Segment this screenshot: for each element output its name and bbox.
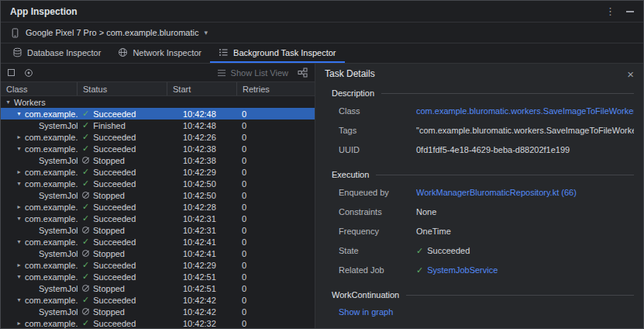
detail-link[interactable]: WorkManagerBluromaticRepository.kt (66) <box>416 187 577 198</box>
detail-label: Related Job <box>339 265 416 279</box>
tab-database-inspector[interactable]: Database Inspector <box>4 43 109 63</box>
close-icon[interactable]: × <box>627 68 634 80</box>
table-row[interactable]: ▸com.example.bl✓Succeeded10:42:290 <box>1 259 315 271</box>
task-details-body: DescriptionClasscom.example.bluromatic.w… <box>315 84 643 328</box>
table-row[interactable]: SystemJobSStopped10:42:500 <box>1 189 315 201</box>
table-row[interactable]: ▸com.example.bl✓Succeeded10:42:260 <box>1 131 315 143</box>
table-row[interactable]: ▸com.example.bl✓Succeeded10:42:320 <box>1 317 315 328</box>
chevron-down-icon[interactable]: ▾ <box>4 99 12 106</box>
status-label: Stopped <box>93 191 125 200</box>
status-cell: Stopped <box>77 226 167 235</box>
detail-link[interactable]: SystemJobService <box>427 265 498 275</box>
table-row[interactable]: ▾com.example.bl✓Succeeded10:42:380 <box>1 143 315 154</box>
table-row[interactable]: ▾Workers <box>1 96 315 108</box>
status-label: Finished <box>93 121 126 130</box>
detail-row: FrequencyOneTime <box>339 226 634 240</box>
table-row[interactable]: SystemJobS✓Finished10:42:480 <box>1 119 315 131</box>
show-list-view-button[interactable]: Show List View <box>217 68 288 78</box>
task-class-label: com.example.bl <box>25 144 77 154</box>
tab-background-task-inspector[interactable]: Background Task Inspector <box>210 43 344 63</box>
section-heading: Execution <box>332 170 634 179</box>
column-header-start[interactable]: Start <box>167 82 237 95</box>
chevron-down-icon[interactable]: ▾ <box>15 110 23 117</box>
status-cell: ✓Succeeded <box>77 296 167 305</box>
task-class-label: SystemJobS <box>39 121 77 130</box>
detail-link[interactable]: com.example.bluromatic.workers.SaveImage… <box>416 106 634 116</box>
table-row[interactable]: ▾com.example.bl✓Succeeded10:42:500 <box>1 178 315 189</box>
status-label: Stopped <box>93 226 125 235</box>
status-cell: Stopped <box>77 284 167 293</box>
column-header-retries[interactable]: Retries <box>237 82 315 95</box>
table-row[interactable]: ▾com.example.bl✓Succeeded10:42:310 <box>1 213 315 224</box>
class-cell: ▾com.example.bl <box>1 214 77 223</box>
status-cell: ✓Succeeded <box>77 214 167 223</box>
task-class-label: com.example.bl <box>25 296 77 305</box>
detail-value: 0fd1fdf5-4e18-4629-beba-d88202f1e199 <box>416 144 570 155</box>
task-class-label: com.example.bl <box>25 261 77 270</box>
phone-icon <box>10 28 20 38</box>
chevron-down-icon[interactable]: ▾ <box>15 215 23 222</box>
options-kebab-icon[interactable]: ⋮ <box>605 5 615 17</box>
chevron-down-icon[interactable]: ▾ <box>15 180 23 187</box>
detail-label: UUID <box>339 144 416 158</box>
hide-window-icon[interactable] <box>626 11 634 12</box>
status-label: Succeeded <box>93 179 136 189</box>
chevron-right-icon[interactable]: ▸ <box>15 320 23 327</box>
detail-value-line: com.example.bluromatic.workers.SaveImage… <box>416 106 634 116</box>
table-row[interactable]: ▾com.example.bl✓Succeeded10:42:480 <box>1 108 315 119</box>
task-class-label: SystemJobS <box>39 284 77 293</box>
retries-value: 0 <box>237 284 315 293</box>
chevron-down-icon[interactable]: ▾ <box>15 145 23 152</box>
table-row[interactable]: ▾com.example.bl✓Succeeded10:42:510 <box>1 271 315 282</box>
status-label: Succeeded <box>93 272 136 282</box>
chevron-down-icon[interactable]: ▾ <box>15 238 23 245</box>
task-class-label: com.example.bl <box>25 272 77 282</box>
table-row[interactable]: SystemJobSStopped10:42:420 <box>1 306 315 317</box>
start-time: 10:42:32 <box>167 319 237 328</box>
detail-row: UUID0fd1fdf5-4e18-4629-beba-d88202f1e199 <box>339 144 634 158</box>
task-class-label: com.example.bl <box>25 133 77 142</box>
table-row[interactable]: ▸com.example.bl✓Succeeded10:42:290 <box>1 166 315 178</box>
class-cell: SystemJobS <box>1 226 77 235</box>
status-label: Stopped <box>93 284 125 293</box>
task-details-panel: Task Details × DescriptionClasscom.examp… <box>315 64 643 328</box>
detail-value-cell: ✓SystemJobService <box>416 265 634 279</box>
class-cell: ▾com.example.bl <box>1 144 77 154</box>
chevron-right-icon[interactable]: ▸ <box>15 168 23 175</box>
class-cell: ▾com.example.bl <box>1 109 77 119</box>
task-class-label: SystemJobS <box>39 191 77 200</box>
show-graph-view-icon[interactable] <box>298 68 308 78</box>
status-cell: ✓Succeeded <box>77 237 167 247</box>
show-in-graph-link[interactable]: Show in graph <box>339 307 634 317</box>
start-time: 10:42:26 <box>167 133 237 142</box>
restart-glyph <box>24 68 33 78</box>
start-time: 10:42:48 <box>167 121 237 130</box>
task-class-label: com.example.bl <box>25 179 77 189</box>
restart-inspector-icon[interactable] <box>24 68 33 78</box>
task-details-title: Task Details <box>325 68 375 79</box>
detail-value-cell: OneTime <box>416 226 634 240</box>
chevron-right-icon[interactable]: ▸ <box>15 261 23 268</box>
table-row[interactable]: SystemJobSStopped10:42:380 <box>1 154 315 166</box>
detail-value-line: OneTime <box>416 226 634 237</box>
retries-value: 0 <box>237 191 315 200</box>
table-row[interactable]: ▾com.example.bl✓Succeeded10:42:420 <box>1 294 315 306</box>
chevron-down-icon[interactable]: ▾ <box>15 296 23 303</box>
table-row[interactable]: SystemJobSStopped10:42:510 <box>1 282 315 294</box>
check-icon: ✓ <box>82 179 89 188</box>
table-row[interactable]: ▾com.example.bl✓Succeeded10:42:410 <box>1 236 315 248</box>
table-row[interactable]: SystemJobSStopped10:42:410 <box>1 248 315 259</box>
start-time: 10:42:38 <box>167 156 237 165</box>
device-selector[interactable]: Google Pixel 7 Pro > com.example.bluroma… <box>1 23 643 43</box>
chevron-right-icon[interactable]: ▸ <box>15 203 23 210</box>
table-row[interactable]: ▸com.example.bl✓Succeeded10:42:280 <box>1 201 315 213</box>
table-row[interactable]: SystemJobSStopped10:42:310 <box>1 224 315 236</box>
section-heading-label: Description <box>332 88 374 98</box>
stop-inspector-icon[interactable] <box>8 69 15 76</box>
chevron-right-icon[interactable]: ▸ <box>15 133 23 140</box>
tab-network-inspector[interactable]: Network Inspector <box>109 43 210 63</box>
chevron-down-icon[interactable]: ▾ <box>15 273 23 280</box>
column-header-class[interactable]: Class <box>1 82 77 95</box>
check-icon: ✓ <box>82 121 89 130</box>
column-header-status[interactable]: Status <box>77 82 167 95</box>
